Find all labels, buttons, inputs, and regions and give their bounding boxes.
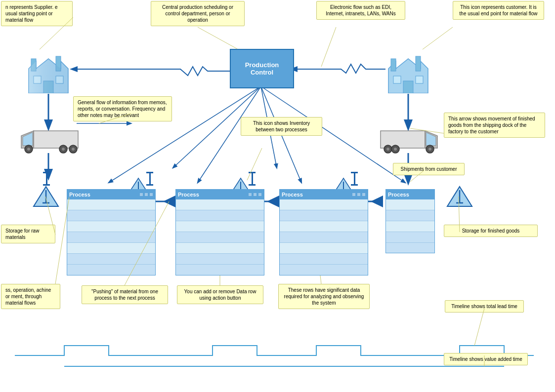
callout-customer: This icon represents customer. It is the… (453, 1, 544, 20)
callout-shipments: Shipments from customer (393, 163, 465, 175)
process-label-2: Process (178, 192, 199, 197)
svg-point-38 (72, 148, 75, 151)
storage-finished-text: Storage for finished goods (462, 228, 520, 234)
svg-rect-25 (391, 59, 396, 71)
process-label-1: Process (69, 192, 90, 197)
ibeam-left (43, 172, 50, 186)
triangle-left (31, 184, 61, 210)
customer-factory-icon (384, 49, 433, 93)
process-header-3: Process (280, 190, 368, 199)
callout-supplier: n represents Supplier. e usual starting … (1, 1, 73, 26)
inventory-text: This icon shows Inventory between two pr… (253, 120, 310, 132)
pushing-text: "Pushing" of material from one process t… (91, 289, 158, 301)
callout-prod-scheduling: Central production scheduling or control… (151, 1, 245, 26)
svg-point-45 (394, 148, 397, 151)
svg-point-43 (386, 148, 389, 151)
process-box-2: Process (175, 189, 264, 275)
callout-significant-data: These rows have significant data require… (278, 284, 370, 309)
svg-point-36 (62, 148, 65, 151)
supplier-factory-icon (24, 49, 73, 93)
callout-data-row: You can add or remove Data row using act… (177, 285, 263, 304)
data-row-text: You can add or remove Data row using act… (184, 289, 256, 301)
triangle-right (445, 184, 474, 210)
process-label-4: Process (388, 192, 409, 197)
svg-rect-29 (403, 81, 413, 93)
process-header-4: Process (386, 190, 434, 199)
callout-electronic-flow: Electronic flow such as EDI, Internet, i… (316, 1, 405, 20)
process-box-1: Process (67, 189, 156, 275)
prod-scheduling-text: Central production scheduling or control… (162, 4, 233, 23)
storage-raw-text: Storage for raw materials (5, 228, 39, 240)
callout-inventory: This icon shows Inventory between two pr… (241, 117, 322, 136)
callout-timeline-total: Timeline shows total lead time (445, 300, 524, 313)
callout-pushing: "Pushing" of material from one process t… (82, 285, 168, 304)
process-label-3: Process (282, 192, 303, 197)
process-header-2: Process (176, 190, 264, 199)
svg-rect-28 (416, 76, 423, 83)
callout-movement: This arrow shows movement of finished go… (444, 113, 545, 138)
callout-info-flow: General flow of information from memos, … (73, 96, 172, 121)
svg-rect-26 (416, 56, 421, 71)
customer-desc-text: This icon represents customer. It is the… (460, 4, 538, 16)
timeline-value-text: Timeline shows value added time (449, 356, 522, 362)
callout-process-desc: ss, operation, achine or ment, through m… (1, 284, 60, 309)
shipments-text: Shipments from customer (401, 166, 457, 172)
info-flow-text: General flow of information from memos, … (78, 100, 167, 118)
production-control-box: Production Control (230, 49, 294, 88)
process-box-3: Process (279, 189, 368, 275)
callout-timeline-value: Timeline shows value added time (444, 353, 528, 365)
movement-text: This arrow shows movement of finished go… (448, 116, 535, 134)
svg-rect-27 (393, 76, 401, 83)
process-box-4: Process (385, 189, 435, 253)
main-canvas: Production Control (0, 0, 555, 392)
svg-marker-23 (29, 59, 68, 93)
process-desc-text: ss, operation, achine or ment, through m… (5, 287, 51, 306)
svg-point-34 (27, 148, 30, 151)
electronic-flow-text: Electronic flow such as EDI, Internet, i… (326, 4, 395, 16)
process-header-1: Process (67, 190, 155, 199)
production-control-label: Production Control (245, 61, 279, 76)
callout-storage-raw: Storage for raw materials (1, 225, 55, 243)
svg-point-47 (428, 148, 431, 151)
callout-storage-finished: Storage for finished goods (444, 225, 538, 237)
supplier-truck-icon (19, 126, 81, 157)
significant-data-text: These rows have significant data require… (284, 287, 364, 306)
timeline-total-text: Timeline shows total lead time (451, 304, 517, 309)
customer-truck-icon (378, 126, 440, 157)
supplier-desc-text: n represents Supplier. e usual starting … (5, 4, 58, 23)
